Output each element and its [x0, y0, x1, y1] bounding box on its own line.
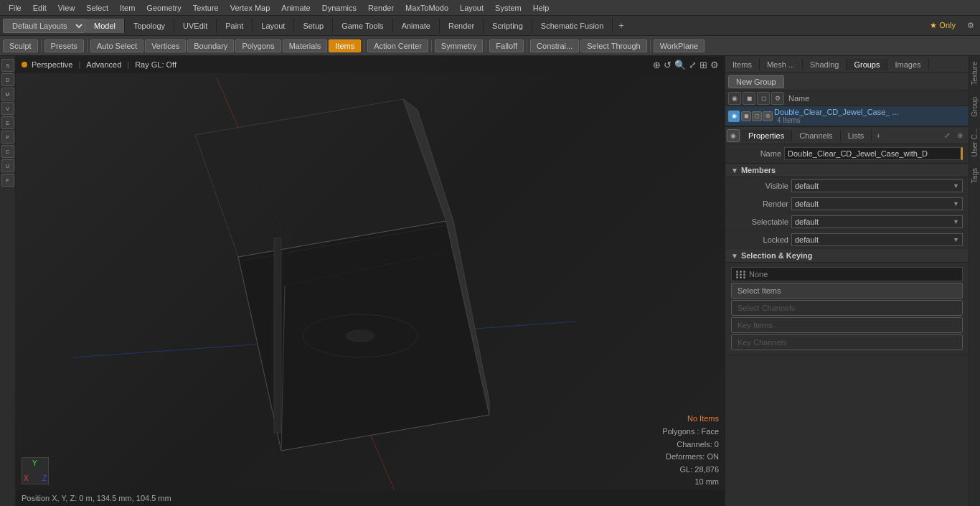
group-icon-render[interactable]: ◼	[741, 111, 751, 121]
left-tool-7[interactable]: C	[1, 145, 14, 158]
left-tool-3[interactable]: M	[1, 88, 14, 100]
layout-tab-setup[interactable]: Setup	[294, 19, 333, 33]
constrai-button[interactable]: Constrai...	[530, 39, 579, 52]
props-icon-2[interactable]: ⊕	[954, 130, 966, 141]
rpanel-tab-mesh[interactable]: Mesh ...	[760, 59, 803, 70]
menu-animate[interactable]: Animate	[275, 2, 316, 14]
selectable-select[interactable]: default ▼	[791, 215, 963, 228]
menu-dynamics[interactable]: Dynamics	[316, 2, 362, 14]
props-icon-1[interactable]: ⤢	[941, 130, 953, 141]
layout-dropdown[interactable]: Default Layouts	[3, 19, 85, 33]
layout-tab-schematic[interactable]: Schematic Fusion	[532, 19, 613, 33]
items-button[interactable]: Items	[329, 39, 361, 52]
menu-texture[interactable]: Texture	[187, 2, 225, 14]
workplane-button[interactable]: WorkPlane	[654, 39, 705, 52]
menu-layout[interactable]: Layout	[454, 2, 489, 14]
star-only-label[interactable]: ★ Only	[924, 18, 961, 33]
layout-tab-gametools[interactable]: Game Tools	[333, 19, 393, 33]
strip-tags-label[interactable]: Tags	[969, 162, 980, 189]
menu-vertex-map[interactable]: Vertex Map	[225, 2, 276, 14]
strip-texture-label[interactable]: Texture	[969, 56, 980, 91]
props-tab-plus[interactable]: +	[872, 130, 885, 141]
menu-edit[interactable]: Edit	[27, 2, 52, 14]
props-tab-properties[interactable]: Properties	[741, 130, 792, 141]
menu-select[interactable]: Select	[80, 2, 114, 14]
rpanel-tab-images[interactable]: Images	[887, 59, 928, 70]
select-channels-button[interactable]: Select Channels	[731, 300, 963, 316]
key-items-button[interactable]: Key Items	[731, 317, 963, 333]
symmetry-button[interactable]: Symmetry	[435, 39, 484, 52]
falloff-button[interactable]: Falloff	[489, 39, 524, 52]
rpanel-tab-groups[interactable]: Groups	[847, 59, 887, 70]
new-group-button[interactable]: New Group	[728, 75, 784, 88]
menu-geometry[interactable]: Geometry	[141, 2, 187, 14]
viewport-icon-4[interactable]: ⤢	[689, 60, 697, 70]
viewport[interactable]: Perspective | Advanced | Ray GL: Off ⊕ ↺…	[16, 56, 725, 506]
auto-select-button[interactable]: Auto Select	[90, 39, 143, 52]
layout-tab-animate[interactable]: Animate	[393, 19, 440, 33]
menu-view[interactable]: View	[52, 2, 81, 14]
layout-tab-paint[interactable]: Paint	[217, 19, 253, 33]
sculpt-button[interactable]: Sculpt	[3, 39, 38, 52]
strip-userc-label[interactable]: User C...	[969, 123, 980, 162]
menu-maxtomodo[interactable]: MaxToModo	[400, 2, 454, 14]
members-section-header[interactable]: ▼ Members	[725, 164, 969, 177]
sel-keying-section-header[interactable]: ▼ Selection & Keying	[725, 249, 969, 263]
left-tool-4[interactable]: V	[1, 102, 14, 115]
select-through-button[interactable]: Select Through	[580, 39, 646, 52]
left-tool-6[interactable]: P	[1, 131, 14, 144]
layout-tab-render[interactable]: Render	[440, 19, 484, 33]
props-expand-icon[interactable]: ◉	[727, 129, 740, 142]
viewport-icon-6[interactable]: ⚙	[710, 60, 719, 70]
menu-system[interactable]: System	[489, 2, 527, 14]
viewport-icon-2[interactable]: ↺	[664, 60, 672, 70]
left-tool-2[interactable]: D	[1, 73, 14, 86]
presets-button[interactable]: Presets	[44, 39, 84, 52]
visible-select[interactable]: default ▼	[791, 179, 963, 192]
boundary-button[interactable]: Boundary	[187, 39, 234, 52]
props-tab-lists[interactable]: Lists	[841, 130, 872, 141]
groups-sel-toggle[interactable]: ◻	[757, 92, 770, 105]
deformers-status: Deformers: ON	[662, 451, 719, 464]
menu-help[interactable]: Help	[527, 2, 555, 14]
menu-item[interactable]: Item	[114, 2, 141, 14]
name-input[interactable]	[784, 147, 963, 160]
rpanel-tab-items[interactable]: Items	[725, 59, 760, 70]
group-item-count: 4 Items	[774, 116, 966, 124]
viewport-icon-3[interactable]: 🔍	[674, 60, 686, 70]
polygons-button[interactable]: Polygons	[235, 39, 281, 52]
menu-render[interactable]: Render	[362, 2, 400, 14]
menu-file[interactable]: File	[3, 2, 27, 14]
action-center-button[interactable]: Action Center	[367, 39, 428, 52]
groups-list: ◉ ◼ ◻ ⊕ Double_Clear_CD_Jewel_Case_ ... …	[725, 106, 969, 127]
viewport-icon-1[interactable]: ⊕	[653, 60, 661, 70]
layout-add-tab[interactable]: +	[613, 17, 630, 34]
group-list-item[interactable]: ◉ ◼ ◻ ⊕ Double_Clear_CD_Jewel_Case_ ... …	[725, 106, 969, 126]
left-tool-1[interactable]: S	[1, 59, 14, 72]
group-icon-lock[interactable]: ⊕	[763, 111, 773, 121]
left-tool-5[interactable]: E	[1, 116, 14, 129]
groups-render-toggle[interactable]: ◼	[743, 92, 755, 105]
group-eye-icon[interactable]: ◉	[728, 111, 740, 122]
layout-tab-model[interactable]: Model	[85, 19, 125, 33]
select-items-button[interactable]: Select Items	[731, 283, 963, 299]
strip-group-label[interactable]: Group	[969, 91, 980, 123]
layout-gear-icon[interactable]: ⚙	[961, 18, 980, 33]
locked-select[interactable]: default ▼	[791, 233, 963, 246]
key-channels-button[interactable]: Key Channels	[731, 334, 963, 350]
materials-button[interactable]: Materials	[283, 39, 328, 52]
groups-lock-toggle[interactable]: ⚙	[771, 92, 784, 105]
rpanel-tab-shading[interactable]: Shading	[803, 59, 847, 70]
groups-eye-toggle[interactable]: ◉	[728, 92, 741, 105]
props-tab-channels[interactable]: Channels	[792, 130, 840, 141]
vertices-button[interactable]: Vertices	[145, 39, 186, 52]
group-icon-sel[interactable]: ◻	[752, 111, 762, 121]
viewport-icon-5[interactable]: ⊞	[699, 60, 707, 70]
left-tool-8[interactable]: U	[1, 159, 14, 172]
render-select[interactable]: default ▼	[791, 197, 963, 210]
layout-tab-topology[interactable]: Topology	[125, 19, 174, 33]
layout-tab-scripting[interactable]: Scripting	[484, 19, 532, 33]
layout-tab-uvedit[interactable]: UVEdit	[174, 19, 217, 33]
layout-tab-layout[interactable]: Layout	[253, 19, 294, 33]
left-tool-9[interactable]: F	[1, 174, 14, 187]
